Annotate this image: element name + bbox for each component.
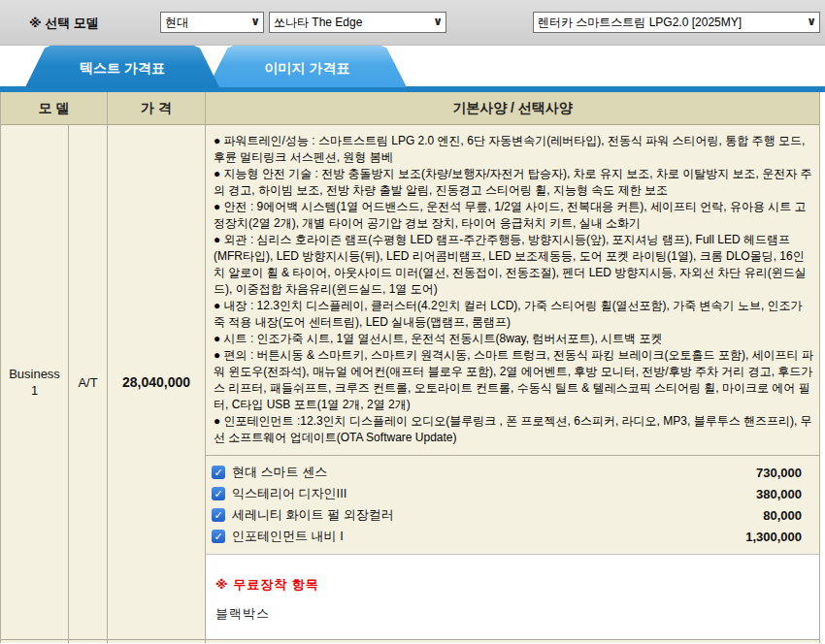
spec-line: ● 안전 : 9에어백 시스템(1열 어드밴스드, 운전석 무릎, 1/2열 사… [214, 199, 813, 232]
price-table: 모 델 가 격 기본사양 / 선택사양 Business 1 A/T 28,04… [0, 92, 820, 643]
option-checkbox[interactable]: ✓ [212, 530, 225, 543]
trim-select[interactable]: 렌터카 스마트스트림 LPG2.0 [2025MY] [534, 13, 819, 32]
option-label: 익스테리어 디자인III [232, 485, 346, 502]
free-items-list: 블랙박스 [215, 605, 819, 623]
table-row: Business 1 A/T 28,040,000 ● 파워트레인/성능 : 스… [1, 125, 819, 640]
specs-cell: ● 파워트레인/성능 : 스마트스트림 LPG 2.0 엔진, 6단 자동변속기… [206, 125, 819, 639]
header-specs: 기본사양 / 선택사양 [206, 92, 819, 124]
tab-text-price[interactable]: 텍스트 가격표 [25, 46, 219, 87]
table-header-row: 모 델 가 격 기본사양 / 선택사양 [1, 92, 819, 125]
model-select-wrap: 쏘나타 The Edge ∨ [269, 12, 446, 33]
transmission-cell: A/T [69, 125, 108, 639]
tab-image-price[interactable]: 이미지 가격표 [208, 46, 407, 87]
model-selector-label: ※ 선택 모델 [29, 15, 99, 32]
free-items-title: ※ 무료장착 항목 [215, 576, 819, 594]
model-select[interactable]: 쏘나타 The Edge [270, 13, 446, 32]
option-row: ✓인포테인먼트 내비 I1,300,000 [212, 526, 802, 547]
spec-line: ● 파워트레인/성능 : 스마트스트림 LPG 2.0 엔진, 6단 자동변속기… [214, 133, 813, 166]
option-price: 380,000 [756, 487, 802, 501]
option-price: 80,000 [763, 508, 802, 523]
price-tabs: 텍스트 가격표 이미지 가격표 [0, 46, 825, 92]
spec-line: ● 내장 : 12.3인치 디스플레이, 클러스터(4.2인치 컬러 LCD),… [214, 298, 813, 331]
model-selector-bar: ※ 선택 모델 현대 ∨ 쏘나타 The Edge ∨ 렌터카 스마트스트림 L… [0, 0, 825, 46]
price-cell: 28,040,000 [108, 125, 206, 639]
option-price: 1,300,000 [745, 530, 802, 544]
option-row: ✓세레니티 화이트 펄 외장컬러80,000 [212, 504, 802, 526]
brand-select-wrap: 현대 ∨ [160, 12, 264, 33]
option-label: 인포테인먼트 내비 I [232, 528, 344, 545]
option-checkbox[interactable]: ✓ [212, 487, 225, 500]
option-checkbox[interactable]: ✓ [212, 508, 225, 522]
spec-line: ● 지능형 안전 기술 : 전방 충돌방지 보조(차량/보행자/자전거 탑승자)… [214, 166, 813, 199]
trim-select-wrap: 렌터카 스마트스트림 LPG2.0 [2025MY] ∨ [533, 12, 820, 33]
spec-line: ● 시트 : 인조가죽 시트, 1열 열선시트, 운전석 전동시트(8way, … [214, 331, 813, 347]
option-label: 세레니티 화이트 펄 외장컬러 [232, 506, 394, 524]
spec-line: ● 인포테인먼트 :12.3인치 디스플레이 오디오(블루링크 , 폰 프로젝션… [214, 413, 813, 446]
spec-list: ● 파워트레인/성능 : 스마트스트림 LPG 2.0 엔진, 6단 자동변속기… [206, 125, 819, 455]
option-row: ✓익스테리어 디자인III380,000 [212, 483, 802, 504]
model-name-cell: Business 1 [1, 125, 69, 639]
option-row: ✓현대 스마트 센스730,000 [212, 462, 802, 483]
free-items-block: ※ 무료장착 항목 블랙박스 [206, 554, 819, 639]
option-price: 730,000 [756, 466, 802, 480]
option-checkbox[interactable]: ✓ [212, 466, 225, 479]
spec-line: ● 외관 : 심리스 호라이즌 램프(수평형 LED 램프-주간주행등, 방향지… [214, 232, 813, 298]
next-row-sliver [1, 640, 819, 643]
free-item: 블랙박스 [215, 605, 819, 623]
option-label: 현대 스마트 센스 [232, 464, 327, 481]
header-price: 가 격 [108, 92, 206, 124]
option-list: ✓현대 스마트 센스730,000✓익스테리어 디자인III380,000✓세레… [206, 455, 819, 554]
spec-line: ● 편의 : 버튼시동 & 스마트키, 스마트키 원격시동, 스마트 트렁크, … [214, 347, 813, 413]
brand-select[interactable]: 현대 [161, 13, 263, 32]
header-model: 모 델 [1, 92, 108, 124]
